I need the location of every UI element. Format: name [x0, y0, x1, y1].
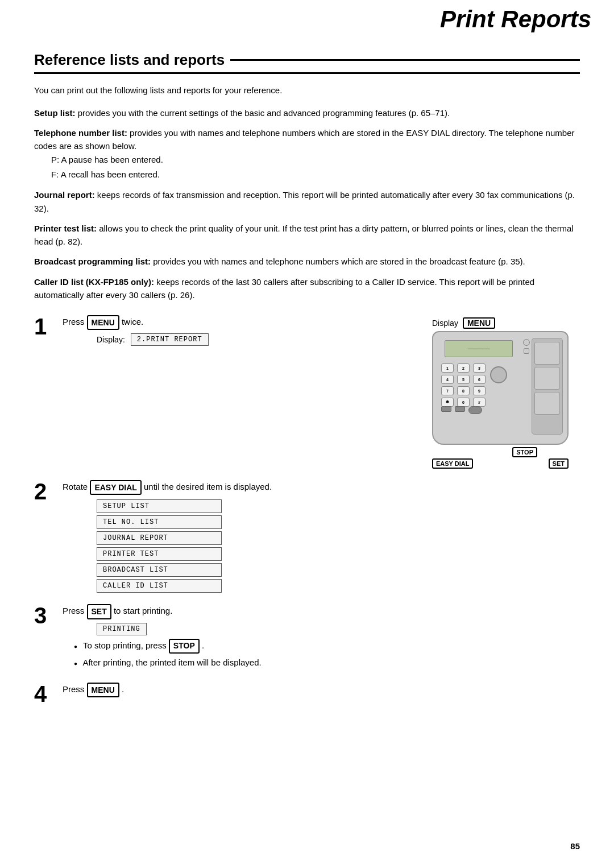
step-2-number: 2	[34, 480, 57, 503]
stop-key-device: STOP	[512, 447, 537, 457]
menu-key-step1: MENU	[87, 315, 119, 330]
step-2-cols: Rotate EASY DIAL until the desired item …	[63, 480, 580, 593]
menu-key-display-right: MENU	[463, 317, 495, 329]
menu-item-journal: JOURNAL REPORT	[97, 531, 222, 545]
key-6: 6	[473, 375, 486, 384]
step-3-content: Press SET to start printing. PRINTING To…	[63, 604, 580, 671]
indent-item-f: F: A recall has been entered.	[51, 167, 580, 182]
step-1-left: Press MENU twice. Display: 2.PRINT REPOR…	[63, 315, 421, 346]
step-1-right: Display MENU ──────── 1 2 3 4 5	[432, 315, 580, 469]
menu-item-broadcast: BROADCAST LIST	[97, 563, 222, 577]
display-box-step1: 2.PRINT REPORT	[131, 333, 209, 346]
bullet-list-step3: To stop printing, press STOP . After pri…	[74, 639, 580, 669]
key-7: 7	[441, 386, 454, 395]
key-hash: #	[473, 398, 486, 407]
menu-key-step4: MENU	[87, 683, 119, 697]
step-3-text: Press SET to start printing.	[63, 604, 580, 619]
easy-dial-key-step2: EASY DIAL	[90, 480, 141, 495]
device-keypad: 1 2 3 4 5 6 7 8 9 ✱ 0 #	[441, 363, 487, 407]
display-menu-right: Display MENU	[432, 317, 580, 329]
step-2-row: 2 Rotate EASY DIAL until the desired ite…	[34, 480, 580, 593]
key-3: 3	[473, 363, 486, 373]
display-box-step3: PRINTING	[97, 623, 147, 635]
device-body: ──────── 1 2 3 4 5 6 7 8 9	[432, 331, 569, 445]
step-1-text: Press MENU twice.	[63, 315, 421, 330]
set-key-step3: SET	[87, 604, 111, 619]
key-4: 4	[441, 375, 454, 384]
menu-item-caller: CALLER ID LIST	[97, 579, 222, 593]
device-bottom-labels: EASY DIAL SET	[432, 458, 569, 469]
step-4-text: Press MENU .	[63, 683, 580, 697]
desc-printer-test: Printer test list: allows you to check t…	[34, 222, 580, 249]
steps-area: 1 Press MENU twice. Display: 2.PRINT REP…	[34, 315, 580, 705]
step-4-number: 4	[34, 683, 57, 705]
stop-key-step3: STOP	[169, 639, 200, 654]
display-right-label: Display	[432, 319, 458, 328]
desc-setup-list: Setup list: provides you with the curren…	[34, 106, 580, 119]
key-5: 5	[457, 375, 470, 384]
device-display: ────────	[445, 340, 513, 357]
step-3-number: 3	[34, 604, 57, 627]
key-0: 0	[457, 398, 470, 407]
step-4-row: 4 Press MENU .	[34, 683, 580, 705]
desc-telephone-list: Telephone number list: provides you with…	[34, 126, 580, 182]
bullet-item-stop: To stop printing, press STOP .	[74, 639, 580, 654]
intro-text: You can print out the following lists an…	[34, 84, 580, 97]
step-1-display-line: Display: 2.PRINT REPORT	[97, 333, 421, 346]
step-1-inner: Press MENU twice. Display: 2.PRINT REPOR…	[63, 315, 580, 469]
device-right-panel	[532, 338, 563, 435]
step-3-display-line: PRINTING	[97, 623, 580, 635]
menu-list: SETUP LIST TEL NO. LIST JOURNAL REPORT P…	[97, 499, 222, 593]
section-heading: Reference lists and reports	[34, 51, 580, 74]
key-1: 1	[441, 363, 454, 373]
device-illustration: ──────── 1 2 3 4 5 6 7 8 9	[432, 331, 580, 469]
menu-item-tel: TEL NO. LIST	[97, 515, 222, 529]
desc-caller-id: Caller ID list (KX-FP185 only): keeps re…	[34, 275, 580, 302]
easy-dial-key-device: EASY DIAL	[432, 458, 473, 469]
menu-item-setup: SETUP LIST	[97, 499, 222, 513]
page-number: 85	[570, 841, 580, 851]
menu-item-printer: PRINTER TEST	[97, 547, 222, 561]
page-title: Print Reports	[440, 6, 591, 33]
page-title-area: Print Reports	[440, 6, 591, 33]
indent-list: P: A pause has been entered. F: A recall…	[51, 152, 580, 181]
key-star: ✱	[441, 398, 454, 407]
desc-journal-report: Journal report: keeps records of fax tra…	[34, 188, 580, 215]
key-2: 2	[457, 363, 470, 373]
key-9: 9	[473, 386, 486, 395]
step-2-text: Rotate EASY DIAL until the desired item …	[63, 480, 415, 495]
step-3-row: 3 Press SET to start printing. PRINTING …	[34, 604, 580, 671]
step-2-content: Rotate EASY DIAL until the desired item …	[63, 480, 580, 593]
desc-broadcast-list: Broadcast programming list: provides you…	[34, 255, 580, 268]
bullet-item-after: After printing, the printed item will be…	[74, 656, 580, 669]
step-1-row: 1 Press MENU twice. Display: 2.PRINT REP…	[34, 315, 580, 469]
indent-item-p: P: A pause has been entered.	[51, 152, 580, 167]
display-label-step1: Display:	[97, 335, 125, 344]
step-1-content: Press MENU twice. Display: 2.PRINT REPOR…	[63, 315, 580, 469]
step-1-number: 1	[34, 315, 57, 338]
step-4-content: Press MENU .	[63, 683, 580, 701]
step-2-left: Rotate EASY DIAL until the desired item …	[63, 480, 415, 593]
set-key-device: SET	[549, 458, 569, 469]
key-8: 8	[457, 386, 470, 395]
